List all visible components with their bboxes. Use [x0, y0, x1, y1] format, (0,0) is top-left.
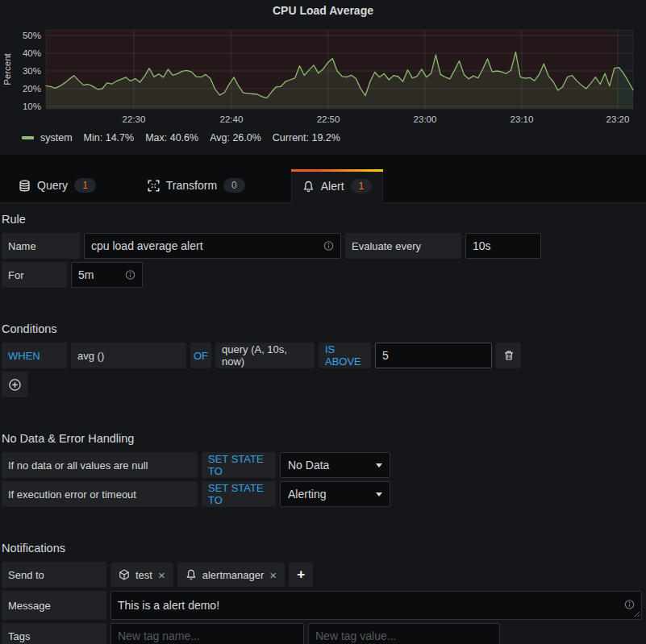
nodata-set-state-keyword: SET STATE TO [202, 452, 276, 478]
rule-section-heading: Rule [2, 213, 641, 226]
add-condition-row [2, 372, 641, 397]
tab-query-count-badge: 1 [74, 178, 96, 193]
message-row: Message This is a alert demo! [2, 591, 641, 620]
panel-title: CPU Load Average [0, 0, 646, 17]
resize-handle-icon[interactable] [634, 611, 640, 617]
cpu-load-chart[interactable]: 10%20%30%40%50%22:3022:4022:5023:0023:10… [0, 23, 646, 129]
close-icon[interactable]: × [158, 569, 165, 581]
send-to-row: Send to test × alertmanager × + [2, 562, 641, 588]
svg-text:10%: 10% [23, 102, 41, 111]
tab-alert[interactable]: Alert 1 [291, 169, 383, 203]
condition-row: WHEN avg () OF query (A, 10s, now) IS AB… [2, 343, 641, 368]
legend-series-name[interactable]: system [40, 132, 73, 143]
tag-name-input[interactable] [110, 623, 304, 644]
svg-text:22:40: 22:40 [220, 114, 244, 124]
legend-color-swatch [22, 136, 34, 139]
transform-icon [148, 180, 160, 192]
y-axis-label: Percent [2, 52, 12, 85]
svg-text:40%: 40% [23, 48, 41, 58]
webhook-icon [119, 569, 130, 580]
recipient-chip-alertmanager[interactable]: alertmanager × [177, 563, 285, 587]
rule-name-label: Name [2, 233, 80, 259]
rule-for-input[interactable] [71, 262, 143, 288]
svg-text:23:20: 23:20 [606, 114, 630, 124]
rule-evaluate-input[interactable] [465, 233, 541, 259]
svg-text:30%: 30% [23, 66, 41, 76]
message-label: Message [2, 591, 106, 620]
bell-icon [185, 569, 197, 580]
tab-transform-label: Transform [166, 179, 217, 192]
tab-query[interactable]: Query 1 [8, 168, 106, 202]
add-condition-button[interactable] [2, 372, 27, 397]
svg-text:23:00: 23:00 [414, 114, 437, 124]
svg-text:23:10: 23:10 [511, 114, 534, 124]
nodata-state-select[interactable]: No Data [280, 452, 390, 478]
message-textarea[interactable]: This is a alert demo! [110, 591, 642, 620]
condition-of-keyword[interactable]: OF [190, 343, 211, 368]
recipient-name: test [135, 569, 152, 581]
chevron-down-icon [376, 463, 382, 467]
close-icon[interactable]: × [269, 569, 277, 581]
svg-text:50%: 50% [23, 31, 41, 40]
plus-icon: + [297, 567, 305, 583]
rule-row-2: For [2, 262, 641, 288]
svg-text:22:50: 22:50 [317, 114, 340, 124]
legend-stat-min: Min: 14.7% [84, 132, 135, 143]
send-to-label: Send to [2, 562, 106, 588]
recipient-chip-test[interactable]: test × [110, 563, 173, 587]
notifications-section-heading: Notifications [2, 542, 641, 555]
nodata-condition-label: If no data or all values are null [2, 452, 198, 478]
svg-text:20%: 20% [23, 84, 41, 93]
chevron-down-icon [376, 492, 382, 497]
tab-transform[interactable]: Transform 0 [137, 168, 256, 202]
condition-reducer-button[interactable]: avg () [71, 343, 186, 368]
nodata-state-value: No Data [288, 459, 329, 472]
tags-label: Tags [2, 623, 106, 644]
conditions-section-heading: Conditions [2, 322, 641, 335]
error-row-2: If execution error or timeout SET STATE … [2, 481, 641, 507]
legend-stat-current: Current: 19.2% [273, 132, 340, 143]
tag-value-input[interactable] [308, 623, 500, 644]
legend-stat-avg: Avg: 26.0% [210, 132, 261, 143]
tab-query-label: Query [37, 179, 68, 192]
condition-query-button[interactable]: query (A, 10s, now) [215, 343, 315, 368]
error-state-select[interactable]: Alerting [280, 481, 390, 507]
alert-tab-content: Rule Name Evaluate every For Cond [0, 203, 646, 644]
tab-alert-count-badge: 1 [351, 179, 373, 193]
editor-tabbar: Query 1 Transform 0 Alert 1 [0, 155, 646, 203]
bell-icon [302, 181, 315, 193]
rule-evaluate-label: Evaluate every [345, 233, 461, 259]
nodata-row-1: If no data or all values are null SET ST… [2, 452, 641, 478]
legend-stat-max: Max: 40.6% [145, 132, 198, 143]
error-set-state-keyword: SET STATE TO [202, 481, 276, 507]
condition-operator-button[interactable]: IS ABOVE [319, 343, 371, 368]
recipient-name: alertmanager [202, 569, 265, 581]
database-icon [19, 180, 31, 192]
chart-legend: system Min: 14.7% Max: 40.6% Avg: 26.0% … [22, 132, 340, 143]
chart-panel: CPU Load Average 10%20%30%40%50%22:3022:… [0, 0, 646, 155]
tab-alert-label: Alert [321, 180, 344, 193]
condition-when-keyword[interactable]: WHEN [2, 343, 67, 368]
delete-condition-button[interactable] [496, 343, 521, 368]
circle-plus-icon [8, 378, 22, 392]
rule-row-1: Name Evaluate every [2, 233, 641, 259]
svg-text:22:30: 22:30 [123, 114, 146, 124]
rule-name-input[interactable] [84, 233, 341, 259]
error-condition-label: If execution error or timeout [2, 481, 198, 507]
rule-for-label: For [2, 262, 67, 288]
condition-threshold-input[interactable] [375, 343, 492, 368]
nodata-section-heading: No Data & Error Handling [2, 432, 641, 445]
error-state-value: Alerting [288, 488, 326, 501]
tab-transform-count-badge: 0 [223, 178, 245, 193]
add-notification-button[interactable]: + [289, 563, 313, 587]
trash-icon [503, 350, 515, 361]
tags-row: Tags [2, 623, 641, 644]
